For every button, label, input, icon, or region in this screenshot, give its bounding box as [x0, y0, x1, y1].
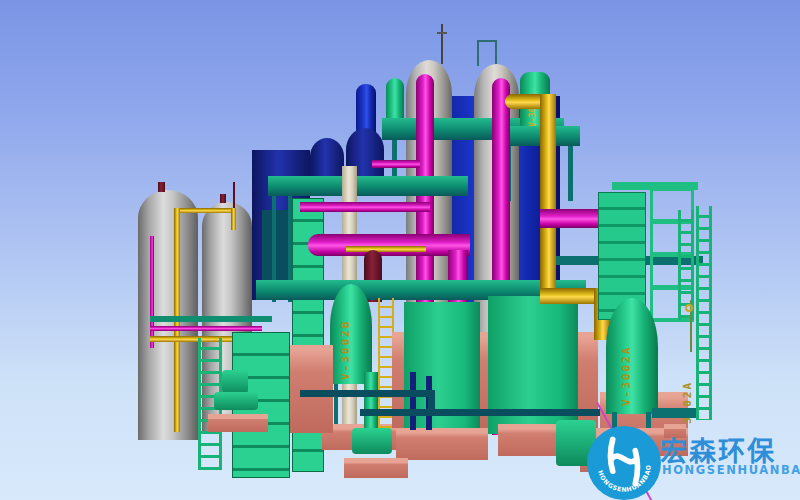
model-viewport[interactable]: V-3001A V-3002B — [0, 0, 800, 500]
vessel-v3002b-tag: V-3002B — [340, 292, 351, 380]
green-funnel — [364, 372, 378, 430]
magenta-pipe-upper — [300, 202, 430, 212]
lightning-rod — [441, 24, 443, 64]
plinth-1 — [396, 428, 488, 460]
teal-pipe-corner — [652, 408, 696, 418]
vessel-v3002a-tag: V-3002A — [621, 306, 632, 406]
dark-pipe — [233, 182, 235, 210]
green-pipe-run — [150, 316, 272, 322]
ground-pipe — [300, 390, 432, 397]
leader-balloon — [685, 304, 693, 312]
platform-leg — [568, 146, 573, 201]
tank-top-valve — [220, 194, 226, 203]
magenta-pipe-run — [150, 326, 262, 331]
pump-mid-body — [352, 428, 392, 454]
magenta-pipe-thin — [150, 236, 154, 348]
company-name-en: HONGSENHUANBAO — [662, 463, 800, 477]
lightning-rod-tick — [437, 32, 447, 34]
vent-loop — [477, 40, 497, 66]
blue-pipe-thin — [410, 372, 416, 430]
yellow-overpipe — [174, 208, 236, 213]
yellow-pipe-stub — [231, 208, 236, 230]
hongsen-logo-icon: HONGSENHUANBAO — [585, 424, 663, 500]
ground-pipe — [360, 409, 600, 416]
pump-left-body — [222, 370, 248, 394]
far-right-ladder — [696, 206, 712, 420]
yellow-pipe-mid — [346, 246, 426, 252]
magenta-header-pipe — [308, 234, 470, 256]
pump-pad — [344, 458, 408, 478]
pump-left-base — [214, 392, 258, 410]
yellow-pipe-drop — [540, 94, 556, 300]
storage-tank-left-1 — [138, 190, 198, 440]
magenta-elbow — [372, 160, 420, 168]
pump-pad — [208, 414, 268, 432]
tank-top-valve — [158, 182, 165, 192]
mid-deck — [268, 176, 468, 196]
magenta-stub-pipe — [540, 209, 606, 228]
